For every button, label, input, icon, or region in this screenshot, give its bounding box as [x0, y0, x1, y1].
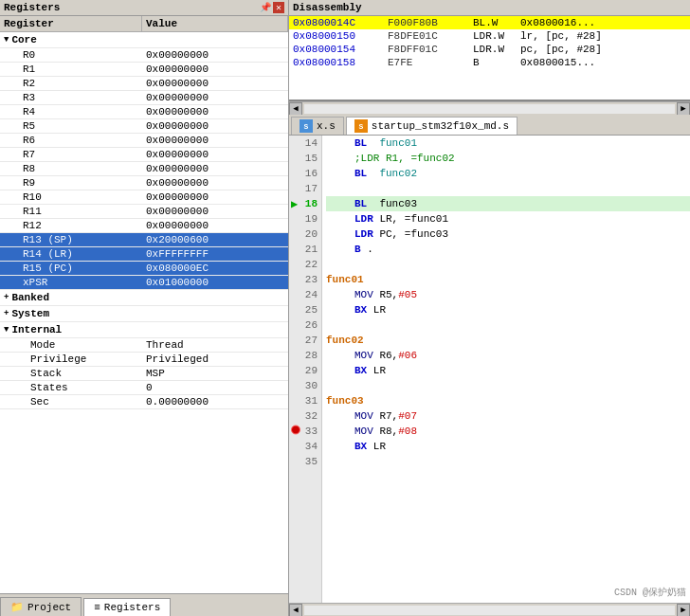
reg-r10-value: 0x00000000 [142, 190, 288, 204]
disassembly-title: Disassembly [293, 2, 362, 13]
scroll-left-button[interactable]: ◀ [289, 102, 302, 116]
breakpoint-icon [291, 426, 300, 438]
reg-r14-name: R14 (LR) [0, 247, 142, 261]
disasm-addr-1: 0x08000150 [293, 30, 388, 42]
reg-r4[interactable]: R40x00000000 [0, 105, 288, 119]
project-tab-label: Project [27, 602, 71, 613]
system-group-label: + System [0, 306, 53, 321]
reg-stack-name: Stack [0, 367, 142, 380]
group-core[interactable]: ▼ Core [0, 32, 288, 48]
expand-internal-icon[interactable]: ▼ [4, 325, 9, 335]
code-tabs: S x.s S startup_stm32f10x_md.s [289, 115, 690, 136]
line-num-23: 23 [289, 272, 321, 287]
reg-r14[interactable]: R14 (LR)0xFFFFFFFF [0, 247, 288, 262]
pin-button[interactable]: 📌 [260, 2, 271, 13]
tab-project[interactable]: 📁 Project [0, 597, 82, 616]
group-banked[interactable]: + Banked [0, 290, 288, 306]
code-line-15: ;LDR R1, =func02 [326, 151, 690, 166]
disasm-row-0[interactable]: 0x0800014C F000F80B BL.W 0x0800016... [289, 16, 690, 29]
col-register: Register [0, 16, 142, 31]
reg-r11[interactable]: R110x00000000 [0, 205, 288, 219]
reg-mode[interactable]: ModeThread [0, 338, 288, 353]
reg-r1[interactable]: R10x00000000 [0, 63, 288, 77]
disasm-row-2[interactable]: 0x08000154 F8DFF01C LDR.W pc, [pc, #28] [289, 43, 690, 56]
code-line-31: func03 [326, 393, 690, 408]
startup-tab-icon: S [354, 119, 368, 133]
line-num-33: 33 [289, 424, 321, 439]
disasm-mnem-2: LDR.W [473, 44, 520, 55]
code-line-35 [326, 454, 690, 469]
disasm-addr-2: 0x08000154 [293, 44, 388, 55]
reg-r7-name: R7 [0, 148, 142, 161]
code-scroll-left[interactable]: ◀ [289, 604, 302, 617]
reg-r15-name: R15 (PC) [0, 262, 142, 275]
line-num-17: 17 [289, 181, 321, 196]
tab-xs[interactable]: S x.s [291, 117, 344, 135]
line-num-29: 29 [289, 363, 321, 378]
line-num-22: 22 [289, 257, 321, 272]
tab-registers[interactable]: ≡ Registers [83, 598, 171, 616]
reg-r8-name: R8 [0, 162, 142, 175]
disasm-hex-1: F8DFE01C [388, 30, 473, 42]
reg-r3-value: 0x00000000 [142, 91, 288, 104]
xs-tab-label: x.s [317, 120, 336, 132]
disasm-row-3[interactable]: 0x08000158 E7FE B 0x0800015... [289, 56, 690, 69]
disasm-ops-3: 0x0800015... [520, 57, 686, 68]
code-line-14: BL func01 [326, 136, 690, 151]
expand-core-icon[interactable]: ▼ [4, 35, 9, 45]
expand-banked-icon[interactable]: + [4, 293, 9, 302]
scroll-track[interactable] [304, 104, 675, 114]
code-scroll-right[interactable]: ▶ [677, 604, 690, 617]
reg-r2-name: R2 [0, 77, 142, 90]
project-tab-icon: 📁 [10, 601, 24, 613]
reg-r12-value: 0x00000000 [142, 219, 288, 232]
reg-r12[interactable]: R120x00000000 [0, 219, 288, 233]
disasm-row-1[interactable]: 0x08000150 F8DFE01C LDR.W lr, [pc, #28] [289, 29, 690, 43]
code-line-32: MOV R7, #07 [326, 408, 690, 424]
reg-r3[interactable]: R30x00000000 [0, 91, 288, 105]
scroll-right-button[interactable]: ▶ [677, 102, 690, 116]
reg-sec[interactable]: Sec0.00000000 [0, 395, 288, 409]
reg-r15[interactable]: R15 (PC)0x080000EC [0, 262, 288, 276]
reg-r10[interactable]: R100x00000000 [0, 190, 288, 205]
disasm-ops-1: lr, [pc, #28] [520, 30, 686, 42]
reg-r13-value: 0x20000600 [142, 233, 288, 246]
disasm-addr-3: 0x08000158 [293, 57, 388, 68]
tab-startup[interactable]: S startup_stm32f10x_md.s [346, 117, 518, 135]
code-line-22 [326, 257, 690, 272]
close-button[interactable]: ✕ [273, 2, 284, 13]
reg-r2[interactable]: R20x00000000 [0, 77, 288, 91]
reg-r5[interactable]: R50x00000000 [0, 119, 288, 134]
line-num-18: ▶ 18 [289, 196, 321, 211]
reg-r0[interactable]: R00x00000000 [0, 48, 288, 63]
reg-mode-value: Thread [142, 338, 288, 352]
reg-privilege[interactable]: PrivilegePrivileged [0, 353, 288, 367]
code-scroll-track[interactable] [304, 606, 675, 615]
line-numbers: 14 15 16 17 ▶ 18 19 20 21 22 23 24 25 26… [289, 136, 322, 603]
reg-r7[interactable]: R70x00000000 [0, 148, 288, 162]
code-line-18: BL func03 [326, 196, 690, 211]
reg-sec-value: 0.00000000 [142, 395, 288, 408]
code-content[interactable]: BL func01 ;LDR R1, =func02 BL func02 [322, 136, 690, 603]
reg-r6[interactable]: R60x00000000 [0, 134, 288, 148]
reg-privilege-name: Privilege [0, 353, 142, 366]
disasm-horizontal-scrollbar[interactable]: ◀ ▶ [289, 101, 690, 115]
disassembly-top: 0x0800014C F000F80B BL.W 0x0800016... 0x… [289, 16, 690, 101]
reg-r6-value: 0x00000000 [142, 134, 288, 147]
reg-states[interactable]: States0 [0, 381, 288, 395]
group-internal[interactable]: ▼ Internal [0, 322, 288, 338]
group-system[interactable]: + System [0, 306, 288, 322]
reg-r3-name: R3 [0, 91, 142, 104]
line-num-32: 32 [289, 408, 321, 424]
code-line-23: func01 [326, 272, 690, 287]
code-horizontal-scrollbar[interactable]: ◀ ▶ [289, 603, 690, 616]
reg-r13[interactable]: R13 (SP)0x20000600 [0, 233, 288, 247]
code-line-21: B . [326, 242, 690, 257]
expand-system-icon[interactable]: + [4, 309, 9, 318]
reg-r8[interactable]: R80x00000000 [0, 162, 288, 176]
reg-mode-name: Mode [0, 338, 142, 352]
reg-stack[interactable]: StackMSP [0, 367, 288, 381]
reg-r9[interactable]: R90x00000000 [0, 176, 288, 190]
reg-xpsr[interactable]: xPSR0x01000000 [0, 276, 288, 290]
code-line-30 [326, 378, 690, 393]
